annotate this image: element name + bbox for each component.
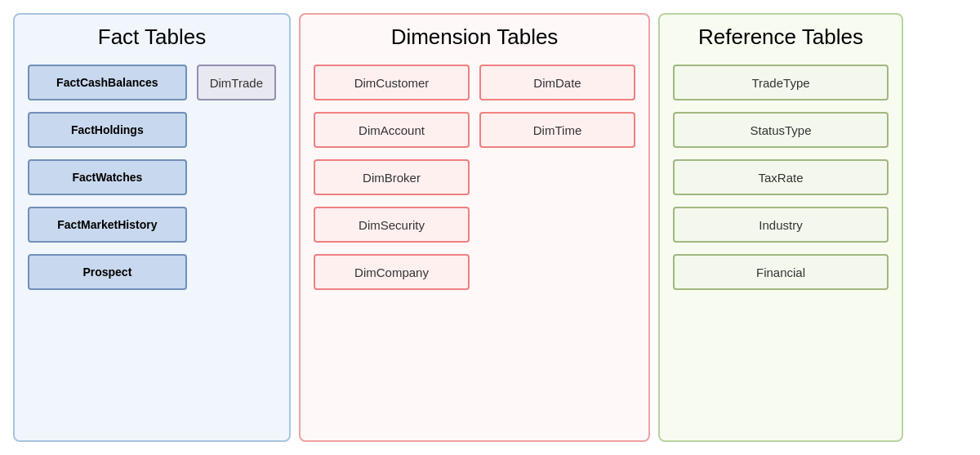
dimension-tables-section: Dimension Tables DimCustomerDimAccountDi… [299,13,650,442]
reference-tables-title: Reference Tables [698,25,863,50]
reference-table-box: TaxRate [673,159,889,195]
dim-trade-col: DimTrade [197,65,276,100]
dimension-table-box: DimCustomer [314,65,470,100]
dimension-table-box: DimAccount [314,112,470,148]
reference-table-box: Industry [673,207,889,243]
fact-main-col: FactCashBalancesFactHoldingsFactWatchesF… [28,65,187,290]
dimension-inner: DimCustomerDimAccountDimBrokerDimSecurit… [314,65,635,290]
reference-table-box: Financial [673,254,889,290]
fact-tables-section: Fact Tables FactCashBalancesFactHoldings… [13,13,291,442]
dimension-table-box: DimTime [479,112,635,148]
dimension-table-box: DimCompany [314,254,470,290]
fact-tables-title: Fact Tables [98,25,206,50]
diagram-container: Fact Tables FactCashBalancesFactHoldings… [13,13,967,442]
dimension-tables-title: Dimension Tables [391,25,559,50]
dimension-col1: DimCustomerDimAccountDimBrokerDimSecurit… [314,65,470,290]
reference-table-box: StatusType [673,112,889,148]
fact-table-box: Prospect [28,254,187,290]
reference-col: TradeTypeStatusTypeTaxRateIndustryFinanc… [673,65,889,290]
dimension-table-box: DimBroker [314,159,470,195]
fact-top-row: FactCashBalancesFactHoldingsFactWatchesF… [28,65,276,290]
fact-table-box: FactWatches [28,159,187,195]
fact-table-box: FactCashBalances [28,65,187,100]
reference-table-box: TradeType [673,65,889,100]
fact-table-box: FactHoldings [28,112,187,148]
dimension-table-box: DimDate [479,65,635,100]
dimension-table-box: DimSecurity [314,207,470,243]
dim-trade-box: DimTrade [197,65,276,100]
fact-table-box: FactMarketHistory [28,207,187,243]
dimension-col2: DimDateDimTime [479,65,635,290]
reference-tables-section: Reference Tables TradeTypeStatusTypeTaxR… [658,13,903,442]
